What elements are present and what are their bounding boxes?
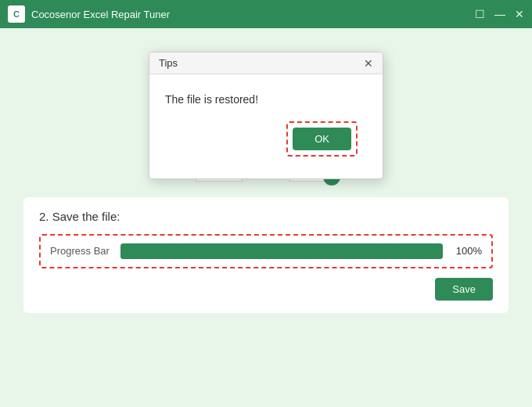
minimize-icon[interactable]: — — [494, 9, 505, 20]
ok-button-wrapper: OK — [286, 121, 358, 157]
main-content: E ✓ 2. Save the — [0, 28, 532, 407]
app-logo: C — [8, 5, 25, 23]
dialog-body: The file is restored! OK — [149, 74, 383, 178]
dialog-overlay: Tips ✕ The file is restored! OK — [0, 28, 532, 407]
dialog-footer: OK — [165, 121, 367, 166]
title-bar: C Cocosenor Excel Repair Tuner ☐ — ✕ — [0, 0, 532, 28]
dialog-close-icon[interactable]: ✕ — [364, 58, 373, 69]
maximize-icon[interactable]: ☐ — [475, 9, 485, 20]
tips-dialog: Tips ✕ The file is restored! OK — [149, 52, 383, 179]
app-title: Cocosenor Excel Repair Tuner — [31, 9, 475, 20]
dialog-titlebar: Tips ✕ — [149, 52, 383, 74]
dialog-title: Tips — [159, 57, 178, 69]
ok-button[interactable]: OK — [293, 128, 351, 150]
dialog-message: The file is restored! — [165, 93, 367, 106]
close-icon[interactable]: ✕ — [515, 9, 524, 20]
window-controls: ☐ — ✕ — [475, 9, 524, 20]
